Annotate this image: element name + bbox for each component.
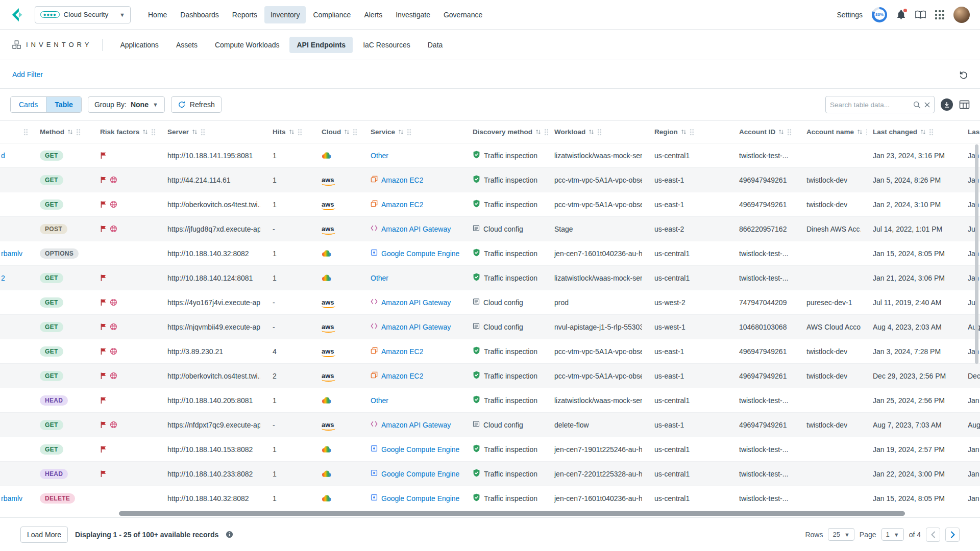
info-icon[interactable] xyxy=(226,531,233,538)
column-drag-handle[interactable] xyxy=(929,129,934,136)
usage-gauge[interactable]: 83% xyxy=(872,7,887,22)
product-selector[interactable]: ◆◆◆◆ Cloud Security ▼ xyxy=(35,6,131,23)
table-row[interactable]: rbamlv OPTIONS http://10.188.140.32:8082… xyxy=(0,241,980,266)
service-link[interactable]: Amazon EC2 xyxy=(381,372,423,380)
notifications-bell-icon[interactable] xyxy=(896,10,906,20)
column-drag-handle[interactable] xyxy=(544,129,548,136)
column-header-method[interactable]: Method xyxy=(34,121,94,143)
tab-api-endpoints[interactable]: API Endpoints xyxy=(289,37,353,53)
service-link[interactable]: Amazon API Gateway xyxy=(381,323,451,331)
service-link[interactable]: Amazon EC2 xyxy=(381,201,423,209)
sort-icon[interactable] xyxy=(589,129,594,135)
service-link[interactable]: Other xyxy=(371,274,388,282)
search-input[interactable] xyxy=(830,101,910,109)
column-settings-icon[interactable] xyxy=(959,100,970,109)
service-link[interactable]: Amazon EC2 xyxy=(381,347,423,356)
column-drag-handle[interactable] xyxy=(407,129,411,136)
nav-reports[interactable]: Reports xyxy=(226,6,263,23)
sort-icon[interactable] xyxy=(67,129,73,135)
refresh-button[interactable]: Refresh xyxy=(171,96,222,113)
column-drag-handle[interactable] xyxy=(151,129,156,136)
load-more-button[interactable]: Load More xyxy=(20,527,68,543)
service-link[interactable]: Amazon API Gateway xyxy=(381,298,451,307)
nav-home[interactable]: Home xyxy=(142,6,173,23)
table-row[interactable]: HEAD http://10.188.140.205:8081 1 Other … xyxy=(0,388,980,413)
table-row[interactable]: rbamlv DELETE http://10.188.140.32:8082 … xyxy=(0,486,980,510)
docs-book-icon[interactable] xyxy=(915,10,926,19)
sort-icon[interactable] xyxy=(920,129,926,135)
service-link[interactable]: Other xyxy=(371,152,388,160)
horizontal-scrollbar[interactable] xyxy=(119,511,905,516)
column-header-risk-factors[interactable]: Risk factors xyxy=(94,121,161,143)
nav-governance[interactable]: Governance xyxy=(437,6,488,23)
vertical-scrollbar[interactable] xyxy=(975,144,978,364)
add-filter-button[interactable]: Add Filter xyxy=(12,70,43,79)
table-row[interactable]: GET https://nfdpxt7qc9.execute-ap... - a… xyxy=(0,413,980,437)
column-header-discovery-method[interactable]: Discovery method xyxy=(467,121,548,143)
column-drag-handle[interactable] xyxy=(353,129,357,136)
previous-page-button[interactable] xyxy=(926,528,940,542)
table-row[interactable]: GET http://oberkovitch.os4test.twi... 2 … xyxy=(0,364,980,388)
rows-per-page-select[interactable]: 25 ▼ xyxy=(828,528,854,541)
download-button[interactable] xyxy=(941,98,953,111)
table-row[interactable]: GET http://oberkovitch.os4test.twi... 1 … xyxy=(0,192,980,217)
sort-icon[interactable] xyxy=(535,129,541,135)
endpoint-link[interactable]: rbamlv xyxy=(1,249,22,258)
group-by-dropdown[interactable]: Group By: None ▼ xyxy=(88,96,165,113)
table-row[interactable]: GET http://44.214.114.61 1 aws Amazon EC… xyxy=(0,168,980,192)
column-drag-handle[interactable] xyxy=(76,129,81,136)
table-row[interactable]: GET https://njqvmbii49.execute-ap... - a… xyxy=(0,315,980,339)
user-avatar[interactable] xyxy=(953,7,970,23)
column-drag-handle[interactable] xyxy=(201,129,205,136)
tab-applications[interactable]: Applications xyxy=(113,37,166,53)
nav-compliance[interactable]: Compliance xyxy=(307,6,357,23)
clear-search-icon[interactable] xyxy=(924,102,930,108)
column-drag-handle[interactable] xyxy=(298,129,302,136)
tab-assets[interactable]: Assets xyxy=(169,37,205,53)
service-link[interactable]: Amazon API Gateway xyxy=(381,225,451,233)
service-link[interactable]: Google Compute Engine xyxy=(381,494,459,503)
nav-dashboards[interactable]: Dashboards xyxy=(174,6,225,23)
column-drag-handle[interactable] xyxy=(787,129,792,136)
sort-icon[interactable] xyxy=(398,129,404,135)
table-row[interactable]: GET https://4yo167j4vi.execute-ap... - a… xyxy=(0,290,980,315)
page-select[interactable]: 1 ▼ xyxy=(881,528,904,541)
service-link[interactable]: Google Compute Engine xyxy=(381,470,459,478)
nav-investigate[interactable]: Investigate xyxy=(389,6,436,23)
table-row[interactable]: 2 GET http://10.188.140.124:8081 1 Other… xyxy=(0,266,980,290)
settings-link[interactable]: Settings xyxy=(837,11,863,19)
column-header-cloud[interactable]: Cloud xyxy=(315,121,364,143)
sort-icon[interactable] xyxy=(681,129,687,135)
apps-grid-icon[interactable] xyxy=(935,10,944,19)
nav-inventory[interactable]: Inventory xyxy=(264,6,306,23)
tab-compute-workloads[interactable]: Compute Workloads xyxy=(208,37,287,53)
column-header-account-name[interactable]: Account name xyxy=(800,121,867,143)
sort-icon[interactable] xyxy=(289,129,295,135)
view-cards-button[interactable]: Cards xyxy=(11,97,46,112)
column-header-service[interactable]: Service xyxy=(364,121,467,143)
column-header-workload[interactable]: Workload xyxy=(548,121,648,143)
column-drag-handle[interactable] xyxy=(23,129,28,136)
column-drag-handle[interactable] xyxy=(597,129,602,136)
service-link[interactable]: Amazon API Gateway xyxy=(381,421,451,429)
sort-icon[interactable] xyxy=(857,129,863,135)
tab-iac-resources[interactable]: IaC Resources xyxy=(356,37,418,53)
column-drag-handle[interactable] xyxy=(690,129,694,136)
endpoint-link[interactable]: rbamlv xyxy=(1,494,22,503)
reset-filters-icon[interactable] xyxy=(959,70,968,79)
service-link[interactable]: Amazon EC2 xyxy=(381,176,423,184)
column-header-endpoint[interactable] xyxy=(0,121,34,143)
sort-icon[interactable] xyxy=(142,129,148,135)
table-row[interactable]: HEAD http://10.188.140.233:8082 1 Google… xyxy=(0,462,980,486)
endpoint-link[interactable]: d xyxy=(1,152,5,160)
sort-icon[interactable] xyxy=(778,129,784,135)
prisma-logo-icon[interactable] xyxy=(10,7,26,22)
table-row[interactable]: d GET http://10.188.141.195:8081 1 Other… xyxy=(0,143,980,168)
tab-data[interactable]: Data xyxy=(421,37,450,53)
sort-icon[interactable] xyxy=(344,129,350,135)
table-row[interactable]: GET http://10.188.140.153:8082 1 Google … xyxy=(0,437,980,462)
column-header-server[interactable]: Server xyxy=(161,121,266,143)
column-header-hits[interactable]: Hits xyxy=(266,121,315,143)
nav-alerts[interactable]: Alerts xyxy=(358,6,388,23)
service-link[interactable]: Google Compute Engine xyxy=(381,445,459,454)
